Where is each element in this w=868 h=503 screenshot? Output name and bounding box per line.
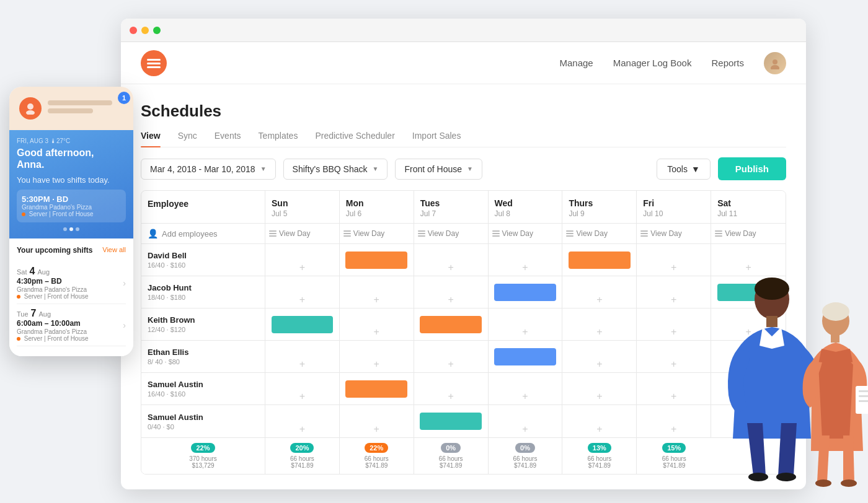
shift-cell[interactable]: + (265, 373, 340, 405)
shift-cell[interactable] (340, 244, 414, 276)
shift-cell[interactable]: + (265, 341, 340, 372)
add-shift-plus[interactable]: + (745, 424, 751, 435)
add-shift-plus[interactable]: + (671, 424, 676, 435)
shift-cell[interactable]: + (711, 308, 786, 340)
shift-cell[interactable] (711, 276, 786, 308)
add-shift-plus[interactable]: + (299, 294, 305, 305)
shift-cell[interactable]: + (562, 276, 637, 308)
location-dropdown[interactable]: Shifty's BBQ Shack ▼ (283, 159, 388, 180)
add-shift-plus[interactable]: + (596, 326, 602, 338)
view-day-button-fri[interactable]: View Day (640, 229, 681, 238)
add-shift-plus[interactable]: + (522, 326, 528, 338)
add-shift-plus[interactable]: + (745, 326, 751, 338)
tools-button[interactable]: Tools ▼ (657, 159, 711, 180)
shift-cell[interactable]: + (637, 244, 711, 276)
add-shift-plus[interactable]: + (448, 391, 453, 402)
shift-cell[interactable]: + (489, 373, 563, 405)
tab-events[interactable]: Events (215, 131, 241, 147)
shift-cell[interactable]: + (562, 373, 637, 405)
nav-reports[interactable]: Reports (711, 58, 744, 68)
shift-cell[interactable]: + (265, 276, 340, 308)
shift-cell[interactable] (562, 244, 637, 276)
add-shift-plus[interactable]: + (299, 359, 305, 370)
nav-manager-log-book[interactable]: Manager Log Book (613, 58, 692, 68)
nav-manage[interactable]: Manage (559, 58, 593, 68)
shift-cell[interactable]: + (711, 405, 786, 437)
add-shift-plus[interactable]: + (596, 294, 602, 305)
close-dot[interactable] (130, 27, 137, 34)
add-employees-button[interactable]: 👤 Add employees (148, 229, 218, 238)
tab-sync[interactable]: Sync (178, 131, 197, 147)
shift-cell[interactable]: + (489, 308, 563, 340)
add-shift-plus[interactable]: + (374, 424, 379, 435)
shift-cell[interactable]: + (489, 405, 563, 437)
shift-cell[interactable]: + (414, 276, 489, 308)
add-shift-plus[interactable]: + (448, 294, 453, 305)
add-shift-plus[interactable]: + (522, 262, 528, 273)
shift-cell[interactable]: + (340, 308, 414, 340)
maximize-dot[interactable] (153, 27, 161, 34)
view-day-button-sun[interactable]: View Day (269, 229, 310, 238)
add-shift-plus[interactable]: + (374, 294, 379, 305)
shift-cell[interactable]: + (340, 405, 414, 437)
shift-cell[interactable]: + (414, 341, 489, 372)
shift-cell[interactable]: + (637, 276, 711, 308)
add-shift-plus[interactable]: + (745, 262, 751, 273)
add-shift-plus[interactable]: + (671, 359, 676, 370)
shift-cell[interactable]: + (414, 373, 489, 405)
publish-button[interactable]: Publish (718, 157, 786, 180)
minimize-dot[interactable] (141, 27, 149, 34)
view-day-button-sat[interactable]: View Day (715, 229, 756, 238)
shift-cell[interactable] (489, 276, 563, 308)
shift-cell[interactable] (340, 373, 414, 405)
add-shift-plus[interactable]: + (299, 391, 305, 402)
add-shift-plus[interactable]: + (745, 359, 751, 370)
shift-cell[interactable]: + (265, 244, 340, 276)
shift-cell[interactable]: + (711, 244, 786, 276)
tab-view[interactable]: View (141, 131, 161, 147)
shift-cell[interactable]: + (340, 341, 414, 372)
shift-cell[interactable]: + (562, 405, 637, 437)
add-shift-plus[interactable]: + (299, 424, 305, 435)
shift-cell[interactable]: + (637, 373, 711, 405)
tab-import-sales[interactable]: Import Sales (412, 131, 461, 147)
shift-cell[interactable]: + (562, 341, 637, 372)
view-day-button-wed[interactable]: View Day (492, 229, 533, 238)
view-day-button-thurs[interactable]: View Day (566, 229, 607, 238)
add-shift-plus[interactable]: + (671, 262, 676, 273)
add-shift-plus[interactable]: + (596, 359, 602, 370)
view-all-link[interactable]: View all (102, 246, 126, 257)
shift-cell[interactable] (489, 341, 563, 372)
shift-cell[interactable] (414, 405, 489, 437)
shift-cell[interactable]: + (637, 308, 711, 340)
shift-cell[interactable]: + (265, 405, 340, 437)
add-shift-plus[interactable]: + (448, 262, 453, 273)
tab-predictive-scheduler[interactable]: Predictive Scheduler (315, 131, 394, 147)
tab-templates[interactable]: Templates (259, 131, 298, 147)
add-shift-plus[interactable]: + (374, 359, 379, 370)
add-shift-plus[interactable]: + (596, 424, 602, 435)
view-day-button-tues[interactable]: View Day (418, 229, 459, 238)
add-shift-plus[interactable]: + (522, 424, 528, 435)
add-shift-plus[interactable]: + (745, 391, 751, 402)
add-shift-plus[interactable]: + (522, 391, 528, 402)
department-dropdown[interactable]: Front of House ▼ (395, 159, 482, 180)
shift-cell[interactable]: + (414, 244, 489, 276)
add-shift-plus[interactable]: + (671, 294, 676, 305)
add-shift-plus[interactable]: + (299, 262, 305, 273)
add-shift-plus[interactable]: + (671, 391, 676, 402)
avatar[interactable] (764, 52, 786, 74)
shift-cell[interactable]: + (711, 373, 786, 405)
add-shift-plus[interactable]: + (596, 391, 602, 402)
shift-cell[interactable]: + (637, 405, 711, 437)
shift-cell[interactable]: + (711, 341, 786, 372)
view-day-button-mon[interactable]: View Day (343, 229, 384, 238)
shift-cell[interactable] (414, 308, 489, 340)
shift-cell[interactable]: + (489, 244, 563, 276)
date-range-dropdown[interactable]: Mar 4, 2018 - Mar 10, 2018 ▼ (141, 159, 276, 180)
shift-cell[interactable]: + (637, 341, 711, 372)
add-shift-plus[interactable]: + (448, 359, 453, 370)
shift-cell[interactable]: + (340, 276, 414, 308)
shift-cell[interactable] (265, 308, 340, 340)
add-shift-plus[interactable]: + (671, 326, 676, 338)
